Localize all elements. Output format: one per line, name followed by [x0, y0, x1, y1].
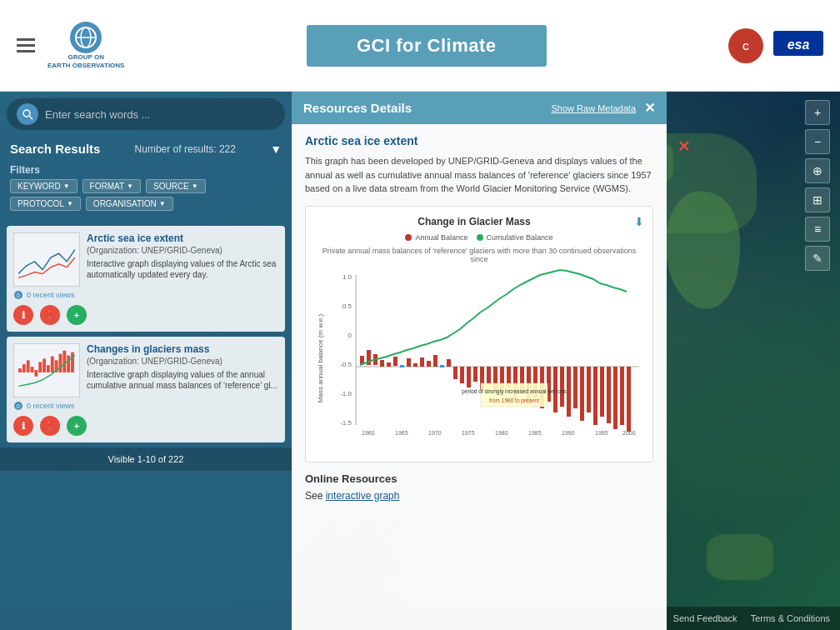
svg-rect-46	[413, 363, 418, 367]
legend-cumulative: Cumulative Balance	[477, 233, 553, 242]
zoom-in-button[interactable]: +	[805, 100, 830, 125]
geo-logo-text: GROUP ON EARTH OBSERVATIONS	[48, 53, 124, 69]
result-views-2: 0 0 recent views	[13, 401, 278, 411]
svg-rect-13	[18, 368, 22, 372]
svg-line-8	[30, 117, 33, 120]
svg-rect-70	[573, 367, 578, 408]
filter-row-2: PROTOCOL ORGANISATION	[10, 197, 282, 211]
result-1-add-button[interactable]: +	[67, 305, 87, 325]
resource-title: Arctic sea ice extent	[305, 134, 653, 148]
chart-legend: Annual Balance Cumulative Balance	[314, 233, 644, 242]
resource-panel-close-button[interactable]: ✕	[644, 100, 655, 116]
feedback-link[interactable]: Send Feedback	[673, 613, 738, 623]
geo-logo-icon	[70, 22, 102, 53]
result-1-info-button[interactable]: ℹ	[13, 305, 33, 325]
svg-rect-14	[22, 364, 26, 372]
svg-rect-48	[427, 361, 431, 367]
svg-rect-73	[593, 367, 598, 425]
svg-text:0: 0	[348, 332, 352, 339]
result-2-pin-button[interactable]: 📍	[40, 416, 60, 436]
svg-rect-68	[560, 367, 564, 407]
continent-australia	[707, 534, 773, 580]
svg-rect-21	[51, 357, 54, 372]
svg-rect-17	[34, 370, 38, 377]
result-org-2: (Organization: UNEP/GRID-Geneva)	[87, 357, 278, 366]
show-raw-metadata-link[interactable]: Show Raw Metadata	[552, 103, 637, 113]
esa-logo: esa	[773, 31, 823, 60]
svg-rect-69	[567, 367, 571, 417]
globe-button[interactable]: ⊕	[805, 158, 830, 183]
svg-rect-15	[27, 360, 30, 372]
search-bar	[7, 98, 285, 130]
svg-rect-26	[71, 352, 74, 372]
header-right: C esa	[728, 28, 823, 63]
svg-rect-50	[440, 365, 444, 368]
result-title-2: Changes in glaciers mass	[87, 343, 278, 355]
svg-text:1985: 1985	[528, 430, 542, 436]
result-1-pin-button[interactable]: 📍	[40, 305, 60, 325]
chart-svg-wrapper: 1.0 0.5 0 -0.5 -1.0 -1.5 Mass annual bal…	[314, 267, 644, 453]
header-left: GROUP ON EARTH OBSERVATIONS	[17, 22, 124, 69]
result-desc-1: Interactive graph displaying values of t…	[87, 258, 278, 280]
layers-button[interactable]: ≡	[805, 217, 830, 242]
svg-rect-72	[587, 367, 591, 412]
result-title-1: Arctic sea ice extent	[87, 232, 278, 244]
svg-text:1990: 1990	[562, 430, 575, 436]
zoom-out-button[interactable]: −	[805, 129, 830, 154]
svg-text:0.5: 0.5	[342, 302, 352, 310]
filter-protocol[interactable]: PROTOCOL	[10, 197, 81, 211]
svg-text:1975: 1975	[462, 430, 475, 436]
svg-rect-9	[14, 233, 79, 286]
svg-text:-0.5: -0.5	[340, 361, 352, 368]
online-resources-title: Online Resources	[305, 472, 653, 485]
terms-link[interactable]: Terms & Conditions	[751, 613, 830, 623]
filter-row-1: KEYWORD FORMAT SOURCE	[10, 179, 282, 193]
svg-rect-45	[407, 358, 411, 367]
left-panel: Search Results Number of results: 222 ▼ …	[0, 92, 292, 630]
tools-button[interactable]: ✎	[805, 246, 830, 271]
map-x-marker[interactable]: ✕	[678, 138, 690, 156]
svg-text:esa: esa	[788, 38, 810, 52]
svg-rect-19	[42, 358, 46, 372]
grid-button[interactable]: ⊞	[805, 188, 830, 212]
result-item-1[interactable]: Arctic sea ice extent (Organization: UNE…	[7, 226, 285, 332]
svg-rect-78	[627, 367, 631, 432]
filter-source[interactable]: SOURCE	[146, 179, 206, 193]
chart-download-icon[interactable]: ⬇	[634, 215, 644, 228]
results-dropdown-arrow[interactable]: ▼	[270, 142, 282, 156]
result-2-info-button[interactable]: ℹ	[13, 416, 33, 436]
interactive-graph-link[interactable]: interactive graph	[326, 490, 400, 502]
header-title: GCI for Climate	[357, 35, 497, 57]
svg-rect-41	[380, 360, 384, 367]
result-actions-2: ℹ 📍 +	[13, 416, 278, 436]
chart-container: Change in Glacier Mass ⬇ Annual Balance …	[305, 206, 653, 462]
filter-keyword[interactable]: KEYWORD	[10, 179, 78, 193]
svg-rect-76	[613, 367, 618, 429]
svg-text:Mass annual balance (m w.e.): Mass annual balance (m w.e.)	[317, 313, 324, 402]
svg-rect-24	[62, 351, 66, 372]
svg-text:1.0: 1.0	[342, 273, 352, 281]
search-input[interactable]	[45, 108, 275, 121]
resource-panel: Resources Details Show Raw Metadata ✕ Ar…	[292, 92, 667, 630]
geo-logo: GROUP ON EARTH OBSERVATIONS	[48, 22, 124, 69]
svg-rect-47	[420, 358, 424, 367]
svg-rect-42	[387, 362, 391, 367]
legend-annual-dot	[405, 234, 412, 241]
main-area: ✕ + − ⊕ ⊞ ≡ ✎ Send Feedback Terms & Cond…	[0, 92, 840, 630]
filter-format[interactable]: FORMAT	[82, 179, 141, 193]
svg-text:2000: 2000	[622, 430, 636, 436]
chart-title: Change in Glacier Mass	[314, 216, 634, 228]
svg-text:1965: 1965	[395, 430, 408, 436]
svg-text:from 1980 to present: from 1980 to present	[489, 398, 539, 404]
result-item-2[interactable]: Changes in glaciers mass (Organization: …	[7, 337, 285, 442]
svg-text:1995: 1995	[595, 430, 608, 436]
svg-text:-1.5: -1.5	[340, 419, 352, 427]
results-count: Number of results: 222	[135, 143, 236, 155]
svg-rect-52	[453, 367, 458, 379]
hamburger-menu[interactable]	[17, 38, 35, 52]
result-2-add-button[interactable]: +	[67, 416, 87, 436]
result-content-1: Arctic sea ice extent (Organization: UNE…	[87, 232, 278, 287]
copernicus-logo: C	[728, 28, 763, 63]
svg-rect-71	[580, 367, 584, 421]
filter-organisation[interactable]: ORGANISATION	[86, 197, 173, 211]
